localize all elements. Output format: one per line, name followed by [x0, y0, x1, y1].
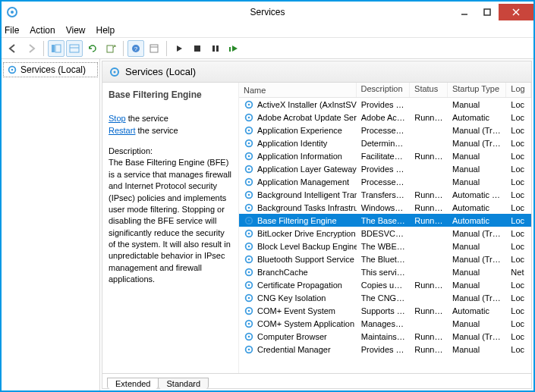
service-row[interactable]: Application ExperienceProcesses a...Manu…: [239, 124, 531, 136]
stop-service-button[interactable]: [189, 40, 206, 57]
menu-file[interactable]: File: [5, 25, 19, 36]
cell-logon: Loc: [506, 177, 531, 187]
service-row[interactable]: Application IdentityDetermines ...Manual…: [239, 136, 531, 149]
cell-status: Running: [410, 152, 448, 161]
menu-help[interactable]: Help: [96, 25, 115, 36]
refresh-button[interactable]: [84, 40, 101, 57]
selected-service-name: Base Filtering Engine: [109, 89, 232, 102]
service-row[interactable]: Application ManagementProcesses in...Man…: [239, 175, 531, 188]
cell-startup: Manual (Trig...: [448, 293, 506, 303]
close-button[interactable]: [499, 4, 533, 20]
services-window: Services File Action View Help ?: [0, 0, 535, 392]
service-gear-icon: [244, 112, 254, 123]
cell-name: Application Management: [239, 177, 357, 187]
start-service-button[interactable]: [171, 40, 187, 57]
service-row[interactable]: Background Intelligent Tran...Transfers …: [239, 188, 531, 201]
help-button[interactable]: ?: [127, 40, 144, 57]
pane-header: Services (Local): [102, 61, 531, 83]
svg-rect-6: [52, 45, 55, 52]
service-row[interactable]: Base Filtering EngineThe Base Fil...Runn…: [239, 214, 531, 227]
minimize-button[interactable]: [453, 4, 476, 20]
cell-name: Adobe Acrobat Update Serv...: [239, 112, 357, 123]
service-row[interactable]: Block Level Backup Engine ...The WBENG..…: [239, 240, 531, 252]
cell-description: Determines ...: [357, 139, 410, 148]
svg-point-26: [248, 116, 250, 118]
restart-service-link[interactable]: Restart: [109, 126, 135, 135]
window-controls: [453, 4, 533, 20]
services-icon: [7, 64, 17, 75]
properties-button[interactable]: [146, 40, 162, 57]
svg-point-50: [248, 271, 250, 273]
service-gear-icon: [244, 99, 254, 110]
restart-service-button[interactable]: [225, 40, 242, 57]
column-name[interactable]: Name: [239, 83, 357, 97]
menu-view[interactable]: View: [66, 25, 86, 36]
service-row[interactable]: Bluetooth Support ServiceThe Bluetoo...M…: [239, 252, 531, 265]
service-row[interactable]: Background Tasks Infrastru...Windows in.…: [239, 201, 531, 214]
show-hide-tree-button[interactable]: [48, 40, 65, 57]
list-body[interactable]: ActiveX Installer (AxInstSV)Provides Us.…: [239, 98, 531, 373]
cell-description: Provides Us...: [357, 100, 410, 109]
service-gear-icon: [244, 228, 254, 239]
menu-action[interactable]: Action: [30, 25, 55, 36]
column-logon[interactable]: Log: [506, 83, 531, 97]
pause-service-button[interactable]: [207, 40, 224, 57]
menubar: File Action View Help: [2, 23, 533, 38]
service-row[interactable]: Credential ManagerProvides se...RunningM…: [239, 343, 531, 356]
svg-rect-13: [150, 45, 158, 52]
export-button[interactable]: [102, 40, 119, 57]
stop-service-link[interactable]: Stop: [109, 114, 126, 123]
detail-pane-button[interactable]: [66, 40, 83, 57]
column-startup[interactable]: Startup Type: [448, 83, 506, 97]
service-row[interactable]: Application InformationFacilitates t...R…: [239, 149, 531, 162]
cell-startup: Manual: [448, 319, 506, 328]
cell-logon: Loc: [506, 126, 531, 135]
service-row[interactable]: COM+ Event SystemSupports Sy...RunningAu…: [239, 304, 531, 317]
cell-name: CNG Key Isolation: [239, 293, 357, 303]
service-gear-icon: [244, 280, 254, 290]
cell-name: Block Level Backup Engine ...: [239, 241, 357, 252]
svg-rect-3: [484, 9, 490, 15]
maximize-button[interactable]: [476, 4, 499, 20]
service-row[interactable]: BranchCacheThis service ...ManualNet: [239, 265, 531, 278]
cell-status: Running: [410, 281, 448, 290]
service-row[interactable]: Certificate PropagationCopies user ...Ru…: [239, 278, 531, 291]
back-button[interactable]: [5, 40, 21, 57]
cell-name: COM+ Event System: [239, 306, 357, 316]
column-description[interactable]: Description: [357, 83, 410, 97]
service-row[interactable]: CNG Key IsolationThe CNG ke...Manual (Tr…: [239, 291, 531, 304]
service-row[interactable]: Application Layer Gateway ...Provides su…: [239, 162, 531, 175]
tree-node-services-local[interactable]: Services (Local): [3, 62, 98, 77]
cell-startup: Manual: [448, 268, 506, 277]
forward-button[interactable]: [23, 40, 39, 57]
tab-extended[interactable]: Extended: [107, 378, 159, 389]
cell-logon: Loc: [506, 281, 531, 290]
cell-description: Provides su...: [357, 165, 410, 174]
services-list: Name Description Status Startup Type Log…: [239, 83, 531, 373]
service-gear-icon: [244, 306, 254, 316]
service-row[interactable]: Computer BrowserMaintains a...RunningMan…: [239, 330, 531, 343]
cell-startup: Manual: [448, 165, 506, 174]
svg-rect-8: [70, 45, 79, 52]
service-row[interactable]: Adobe Acrobat Update Serv...Adobe Acro..…: [239, 111, 531, 124]
cell-logon: Loc: [506, 165, 531, 174]
svg-text:?: ?: [134, 45, 138, 52]
svg-point-40: [248, 206, 250, 209]
cell-name: BitLocker Drive Encryption ...: [239, 228, 357, 239]
cell-startup: Automatic: [448, 203, 506, 212]
cell-description: Processes a...: [357, 126, 410, 135]
service-row[interactable]: ActiveX Installer (AxInstSV)Provides Us.…: [239, 98, 531, 111]
tab-standard[interactable]: Standard: [158, 378, 209, 389]
service-row[interactable]: COM+ System ApplicationManages th...Manu…: [239, 317, 531, 330]
cell-startup: Manual (Trig...: [448, 139, 506, 148]
svg-point-24: [248, 103, 250, 105]
service-gear-icon: [244, 344, 254, 355]
cell-startup: Manual: [448, 100, 506, 109]
cell-startup: Manual (Trig...: [448, 229, 506, 238]
window-title: Services: [250, 7, 285, 17]
cell-logon: Loc: [506, 113, 531, 122]
column-status[interactable]: Status: [410, 83, 448, 97]
titlebar[interactable]: Services: [2, 2, 533, 23]
cell-description: The CNG ke...: [357, 293, 410, 303]
service-row[interactable]: BitLocker Drive Encryption ...BDESVC hos…: [239, 227, 531, 240]
